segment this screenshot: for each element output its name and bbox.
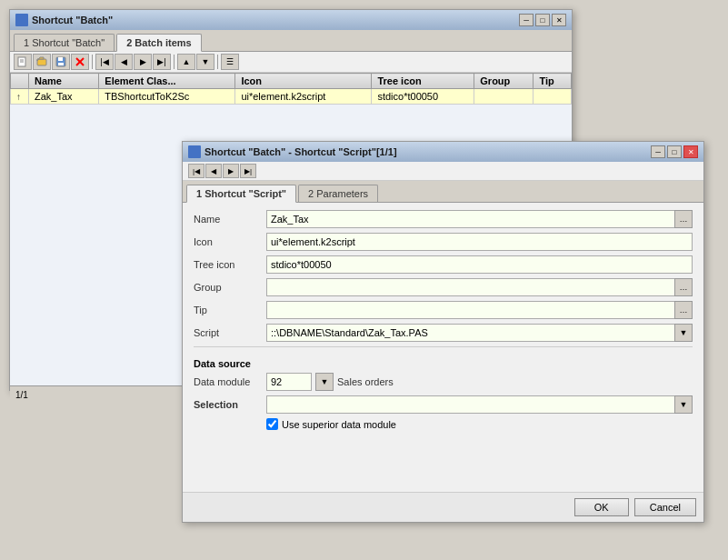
bg-maximize-btn[interactable]: □	[535, 14, 550, 26]
cancel-button[interactable]: Cancel	[634, 498, 696, 516]
tree-icon-input[interactable]	[266, 255, 693, 274]
dialog-footer: OK Cancel	[183, 492, 703, 522]
row-name: Zak_Tax	[29, 89, 99, 105]
tip-label: Tip	[194, 305, 266, 315]
name-browse-btn[interactable]: …	[674, 210, 693, 228]
bg-minimize-btn[interactable]: ─	[519, 14, 534, 26]
more-btn[interactable]: ☰	[221, 54, 239, 70]
data-module-row: Data module ▼ Sales orders	[194, 373, 693, 391]
new-btn[interactable]	[14, 54, 32, 70]
use-superior-label: Use superior data module	[282, 419, 396, 430]
icon-input[interactable]	[266, 233, 693, 251]
script-dropdown-btn[interactable]: ▼	[674, 324, 693, 342]
script-label: Script	[194, 327, 266, 338]
fg-tab-1[interactable]: 1 Shortcut "Script"	[186, 185, 296, 203]
delete-btn[interactable]	[71, 54, 89, 70]
bg-close-btn[interactable]: ✕	[552, 14, 566, 26]
svg-rect-3	[37, 59, 46, 65]
name-label: Name	[194, 214, 266, 225]
bg-tab-bar: 1 Shortcut "Batch" 2 Batch items	[10, 30, 572, 52]
use-superior-checkbox[interactable]	[266, 418, 278, 430]
table-row[interactable]: ↑ Zak_Tax TBShortcutToK2Sc ui*element.k2…	[11, 89, 572, 105]
group-row: Group …	[194, 278, 693, 296]
fg-last-btn[interactable]: ▶|	[240, 164, 256, 178]
svg-rect-7	[58, 57, 63, 61]
data-module-name: Sales orders	[337, 376, 394, 387]
col-icon: Icon	[235, 74, 372, 89]
script-input-group: ▼	[266, 324, 693, 342]
tip-browse-btn[interactable]: …	[674, 301, 693, 319]
tip-input-group: …	[266, 301, 693, 319]
group-input[interactable]	[266, 278, 674, 296]
col-indicator	[11, 74, 29, 89]
toolbar-sep-1	[92, 55, 93, 69]
script-input[interactable]	[266, 324, 674, 342]
row-icon: ui*element.k2script	[235, 89, 372, 105]
name-input-group: …	[266, 210, 693, 228]
fg-prev-btn[interactable]: ◀	[205, 164, 222, 178]
script-row: Script ▼	[194, 324, 693, 342]
data-source-header: Data source	[194, 358, 693, 369]
fg-first-btn[interactable]: |◀	[188, 164, 204, 178]
icon-label: Icon	[194, 236, 266, 247]
bg-data-table: Name Element Clas... Icon Tree icon Grou…	[10, 73, 572, 105]
fg-close-btn[interactable]: ✕	[683, 145, 698, 158]
fg-dialog: Shortcut "Batch" - Shortcut "Script"[1/1…	[182, 141, 704, 523]
group-label: Group	[194, 282, 266, 293]
selection-row: Selection ▼	[194, 395, 693, 414]
fg-tab-2[interactable]: 2 Parameters	[298, 185, 378, 202]
tip-input[interactable]	[266, 301, 674, 319]
fg-dialog-title: Shortcut "Batch" - Shortcut "Script"[1/1…	[188, 145, 397, 158]
row-element-class: TBShortcutToK2Sc	[99, 89, 235, 105]
move-down-btn[interactable]: ▼	[196, 54, 214, 70]
toolbar-sep-3	[217, 55, 218, 69]
fg-nav-toolbar: |◀ ◀ ▶ ▶|	[183, 162, 703, 181]
next-btn[interactable]: ▶	[134, 54, 152, 70]
checkbox-row: Use superior data module	[266, 418, 693, 430]
col-tree-icon: Tree icon	[372, 74, 474, 89]
data-module-controls: ▼ Sales orders	[266, 373, 394, 391]
selection-label: Selection	[194, 399, 266, 410]
selection-input-group: ▼	[266, 395, 693, 414]
move-up-btn[interactable]: ▲	[177, 54, 195, 70]
bg-toolbar: |◀ ◀ ▶ ▶| ▲ ▼ ☰	[10, 52, 572, 73]
data-module-input[interactable]	[266, 373, 312, 391]
data-module-label: Data module	[194, 376, 266, 387]
ok-button[interactable]: OK	[574, 498, 629, 516]
icon-row: Icon	[194, 233, 693, 251]
last-btn[interactable]: ▶|	[153, 54, 171, 70]
col-tip: Tip	[534, 74, 572, 89]
fg-title-bar: Shortcut "Batch" - Shortcut "Script"[1/1…	[183, 142, 703, 162]
col-name: Name	[29, 74, 99, 89]
bg-tab-1[interactable]: 1 Shortcut "Batch"	[14, 34, 115, 51]
row-tree-icon: stdico*t00050	[372, 89, 474, 105]
data-module-dropdown-btn[interactable]: ▼	[315, 373, 334, 391]
fg-next-btn[interactable]: ▶	[223, 164, 239, 178]
fg-dialog-icon	[188, 145, 201, 158]
selection-input[interactable]	[266, 395, 674, 414]
row-indicator: ↑	[11, 89, 29, 105]
bg-window-title: Shortcut "Batch"	[15, 14, 113, 26]
fg-maximize-btn[interactable]: □	[667, 145, 682, 158]
fg-minimize-btn[interactable]: ─	[651, 145, 665, 158]
col-group: Group	[474, 74, 534, 89]
fg-window-controls: ─ □ ✕	[651, 145, 698, 158]
bg-window-controls: ─ □ ✕	[519, 14, 566, 26]
save-btn[interactable]	[52, 54, 70, 70]
open-btn[interactable]	[33, 54, 51, 70]
data-source-section: Data source Data module ▼ Sales orders S…	[194, 346, 693, 430]
toolbar-sep-2	[174, 55, 175, 69]
tree-icon-label: Tree icon	[194, 259, 266, 270]
group-input-group: …	[266, 278, 693, 296]
first-btn[interactable]: |◀	[95, 54, 114, 70]
row-group	[474, 89, 534, 105]
tree-icon-row: Tree icon	[194, 255, 693, 274]
fg-form-content: Name … Icon Tree icon Group … Tip	[183, 203, 703, 466]
row-tip	[534, 89, 572, 105]
group-browse-btn[interactable]: …	[674, 278, 693, 296]
tip-row: Tip …	[194, 301, 693, 319]
name-input[interactable]	[266, 210, 674, 228]
selection-dropdown-btn[interactable]: ▼	[674, 395, 693, 414]
bg-tab-2[interactable]: 2 Batch items	[116, 34, 202, 52]
prev-btn[interactable]: ◀	[115, 54, 133, 70]
